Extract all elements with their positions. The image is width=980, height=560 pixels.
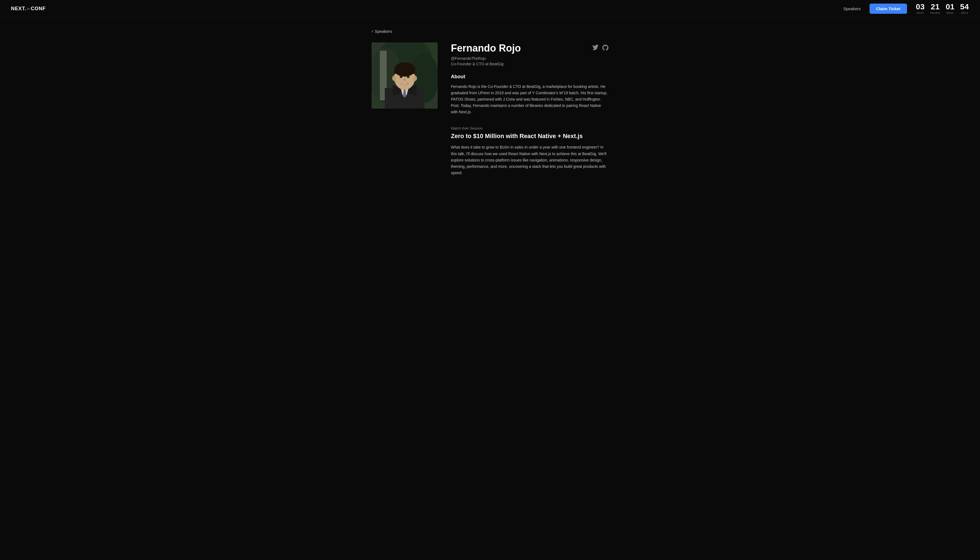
speaker-job-title: Co-Founder & CTO at BeatGig <box>451 62 608 66</box>
countdown-days-label: DAYS <box>917 12 924 14</box>
social-icons <box>593 45 608 52</box>
about-heading: About <box>451 74 608 80</box>
countdown-mins-value: 01 <box>945 3 954 11</box>
countdown-hours: 21 HOURS <box>930 3 940 14</box>
countdown-days-value: 03 <box>916 3 925 11</box>
header: NEXT.jsCONF Speakers Claim Ticket 03 DAY… <box>0 0 980 18</box>
countdown-secs-label: SECS <box>961 12 968 14</box>
svg-rect-20 <box>406 74 410 75</box>
main-content: ‹ Speakers <box>366 18 614 193</box>
countdown-secs-value: 54 <box>960 3 969 11</box>
back-chevron-icon: ‹ <box>372 29 373 33</box>
about-text: Fernando Rojo is the Co-Founder & CTO at… <box>451 83 608 115</box>
countdown-mins: 01 MINS <box>945 3 954 14</box>
svg-point-18 <box>407 76 410 78</box>
countdown-days: 03 DAYS <box>916 3 925 14</box>
back-link[interactable]: ‹ Speakers <box>372 29 608 33</box>
twitter-icon <box>593 45 598 51</box>
svg-rect-19 <box>399 74 404 75</box>
svg-point-21 <box>404 78 406 81</box>
session-title: Zero to $10 Million with React Native + … <box>451 133 608 140</box>
speaker-name-row: Fernando Rojo <box>451 42 608 54</box>
nav-speakers-link[interactable]: Speakers <box>844 6 861 11</box>
session-description: What does it take to grow to $10m in sal… <box>451 144 608 176</box>
svg-point-15 <box>392 75 396 81</box>
speaker-handle: @FernandoTheRojo <box>451 56 608 61</box>
svg-point-17 <box>400 76 402 78</box>
speaker-profile: Fernando Rojo @FernandoTheRojo Co-Fo <box>372 42 608 176</box>
speaker-info: Fernando Rojo @FernandoTheRojo Co-Fo <box>451 42 608 176</box>
claim-ticket-button[interactable]: Claim Ticket <box>870 3 907 14</box>
logo: NEXT.jsCONF <box>11 6 46 12</box>
speaker-photo <box>372 42 438 108</box>
svg-rect-14 <box>394 70 415 74</box>
logo-suffix: CONF <box>31 6 46 12</box>
countdown: 03 DAYS 21 HOURS 01 MINS 54 SECS <box>916 3 969 14</box>
github-link[interactable] <box>602 45 608 52</box>
twitter-link[interactable] <box>593 45 598 52</box>
header-right: Speakers Claim Ticket 03 DAYS 21 HOURS 0… <box>844 3 969 14</box>
session-watch-label: Watch their Session <box>451 126 608 130</box>
logo-text: NEXT. <box>11 6 27 12</box>
speaker-photo-svg <box>372 42 438 108</box>
countdown-mins-label: MINS <box>947 12 953 14</box>
github-icon <box>602 45 608 51</box>
countdown-hours-value: 21 <box>931 3 940 11</box>
countdown-hours-label: HOURS <box>930 12 940 14</box>
countdown-secs: 54 SECS <box>960 3 969 14</box>
back-label: Speakers <box>375 29 392 33</box>
svg-point-16 <box>413 75 417 81</box>
speaker-name: Fernando Rojo <box>451 42 521 54</box>
